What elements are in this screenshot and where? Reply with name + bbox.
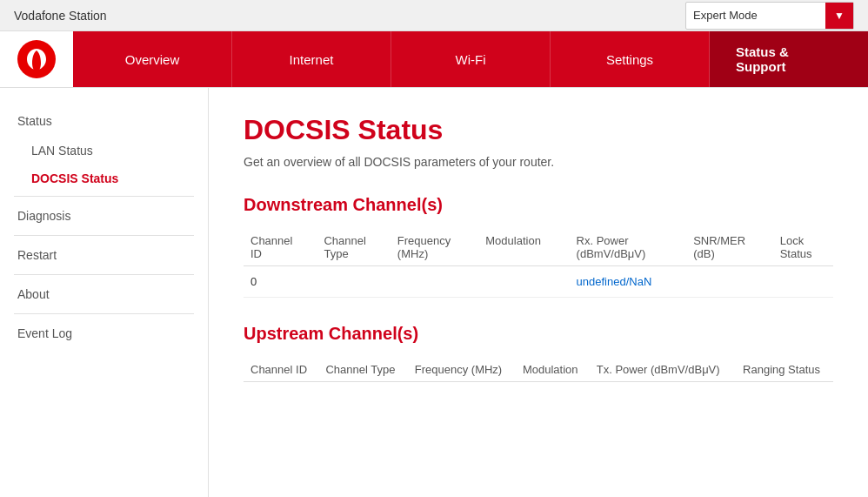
col-channel-id: ChannelID (244, 229, 317, 266)
downstream-section: Downstream Channel(s) ChannelID ChannelT… (244, 195, 833, 298)
nav-overview[interactable]: Overview (73, 31, 232, 87)
content-area: Status LAN Status DOCSIS Status Diagnosi… (0, 88, 868, 497)
up-col-ranging-status: Ranging Status (736, 358, 833, 382)
col-snr-mer: SNR/MER(dB) (686, 229, 773, 266)
upstream-title: Upstream Channel(s) (244, 324, 833, 344)
cell-rx-power: undefined/NaN (570, 266, 687, 298)
logo-area (0, 31, 73, 87)
cell-channel-id: 0 (244, 266, 317, 298)
sidebar-item-event-log[interactable]: Event Log (0, 318, 208, 349)
upstream-header-row: Channel ID Channel Type Frequency (MHz) … (244, 358, 833, 382)
sidebar-divider-3 (14, 274, 194, 275)
upstream-table: Channel ID Channel Type Frequency (MHz) … (244, 358, 833, 382)
mode-selector[interactable]: Expert Mode Basic Mode ▼ (685, 2, 854, 30)
vodafone-logo (17, 40, 56, 78)
downstream-title: Downstream Channel(s) (244, 195, 833, 215)
up-col-frequency: Frequency (MHz) (408, 358, 516, 382)
cell-modulation (478, 266, 569, 298)
sidebar-divider-2 (14, 235, 194, 236)
col-rx-power: Rx. Power(dBmV/dBμV) (570, 229, 687, 266)
sidebar-item-restart[interactable]: Restart (0, 239, 208, 271)
col-frequency: Frequency(MHz) (391, 229, 478, 266)
sidebar-divider-1 (14, 196, 194, 197)
sidebar-item-diagnosis[interactable]: Diagnosis (0, 200, 208, 232)
top-bar: Vodafone Station Expert Mode Basic Mode … (0, 0, 868, 31)
nav-internet[interactable]: Internet (232, 31, 391, 87)
up-col-modulation: Modulation (516, 358, 590, 382)
sidebar: Status LAN Status DOCSIS Status Diagnosi… (0, 88, 209, 497)
header: Overview Internet Wi-Fi Settings Status … (0, 31, 868, 88)
up-col-channel-type: Channel Type (318, 358, 407, 382)
sidebar-item-status[interactable]: Status (0, 105, 208, 137)
svg-point-0 (17, 40, 56, 78)
cell-lock-status (773, 266, 833, 298)
app-title: Vodafone Station (14, 9, 107, 23)
mode-dropdown-arrow[interactable]: ▼ (825, 3, 853, 29)
sidebar-item-about[interactable]: About (0, 279, 208, 310)
main-content: DOCSIS Status Get an overview of all DOC… (209, 88, 868, 497)
sidebar-item-docsis-status[interactable]: DOCSIS Status (0, 165, 208, 192)
nav-wifi[interactable]: Wi-Fi (391, 31, 551, 87)
upstream-section: Upstream Channel(s) Channel ID Channel T… (244, 324, 833, 382)
up-col-tx-power: Tx. Power (dBmV/dBμV) (590, 358, 736, 382)
page-description: Get an overview of all DOCSIS parameters… (244, 155, 833, 169)
cell-channel-type (317, 266, 390, 298)
sidebar-divider-4 (14, 313, 194, 314)
table-row: 0 undefined/NaN (244, 266, 833, 298)
nav-status-support[interactable]: Status & Support (710, 31, 868, 87)
up-col-channel-id: Channel ID (244, 358, 318, 382)
cell-snr-mer (686, 266, 773, 298)
col-lock-status: LockStatus (773, 229, 833, 266)
cell-frequency (391, 266, 478, 298)
page-title: DOCSIS Status (244, 114, 833, 146)
downstream-table: ChannelID ChannelType Frequency(MHz) Mod… (244, 229, 833, 298)
col-channel-type: ChannelType (317, 229, 390, 266)
nav-bar: Overview Internet Wi-Fi Settings Status … (73, 31, 868, 87)
mode-dropdown[interactable]: Expert Mode Basic Mode (686, 5, 825, 25)
sidebar-item-lan-status[interactable]: LAN Status (0, 137, 208, 165)
nav-settings[interactable]: Settings (551, 31, 710, 87)
downstream-header-row: ChannelID ChannelType Frequency(MHz) Mod… (244, 229, 833, 266)
col-modulation: Modulation (478, 229, 569, 266)
